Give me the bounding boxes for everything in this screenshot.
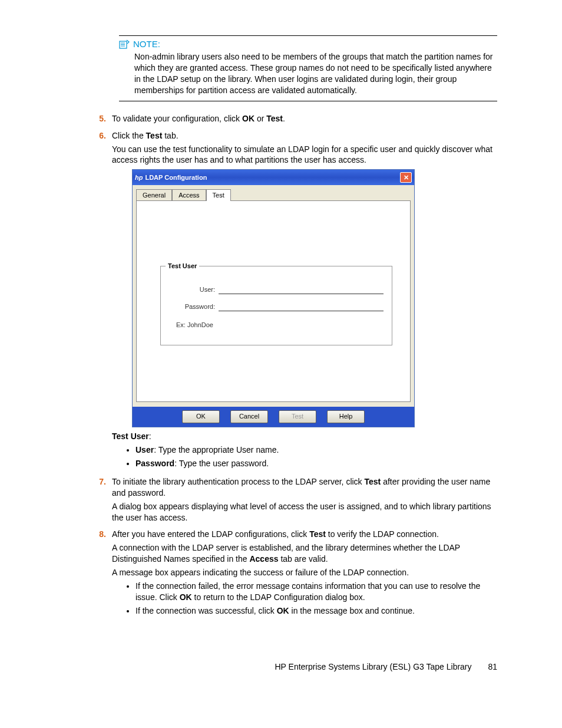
ldap-dialog: hp LDAP Configuration ✕ General Access T… [132,169,415,427]
text: Click the [112,131,146,140]
bold-test: Test [365,477,381,486]
bold-test: Test [309,529,326,539]
text: : Type the user password. [174,459,269,468]
tab-access[interactable]: Access [172,189,206,201]
page-number: 81 [488,662,497,671]
note-block: NOTE: Non-admin library users also need … [119,38,497,96]
text: to return to the LDAP Configuration dial… [192,592,365,602]
tab-general[interactable]: General [136,189,172,201]
bold-password: Password [135,459,174,468]
close-button[interactable]: ✕ [400,172,412,183]
step-number: 6. [88,130,112,473]
step-7: 7. To initiate the library authenticatio… [88,476,497,526]
help-button[interactable]: Help [327,410,365,423]
text: in the message box and continue. [289,606,415,615]
bold-test-user: Test User [112,431,149,441]
note-text: Non-admin library users also need to be … [134,51,497,96]
bold-ok: OK [242,114,254,123]
text: You can use the test functionality to si… [112,144,497,166]
text: To validate your configuration, click [112,114,242,123]
text: If the connection was successful, click [135,606,277,615]
cancel-button[interactable]: Cancel [230,410,268,423]
text: A dialog box appears displaying what lev… [112,501,497,523]
note-icon [119,39,130,49]
close-icon: ✕ [404,173,409,182]
tab-test[interactable]: Test [206,189,231,201]
page-footer: HP Enterprise Systems Library (ESL) G3 T… [88,661,497,673]
example-text: Ex: JohnDoe [176,321,384,330]
dialog-title: LDAP Configuration [145,173,400,182]
list-item: User: Type the appropriate User name. [135,444,497,456]
step-number: 8. [88,529,112,620]
test-user-fieldset: Test User User: Password: Ex: JohnDoe [160,266,392,345]
test-button[interactable]: Test [279,410,316,423]
user-input[interactable] [219,285,384,294]
password-input[interactable] [219,302,384,311]
tab-content: Test User User: Password: Ex: JohnDoe [136,200,411,402]
dialog-titlebar: hp LDAP Configuration ✕ [133,170,414,185]
text: or [254,114,266,123]
text: A message box appears indicating the suc… [112,567,497,578]
step-number: 5. [88,113,112,127]
user-label: User: [169,285,219,294]
note-label: NOTE: [133,38,160,50]
footer-text: HP Enterprise Systems Library (ESL) G3 T… [275,662,471,671]
text: to verify the LDAP connection. [326,529,439,539]
text: : Type the appropriate User name. [154,445,279,454]
bold-test: Test [266,114,283,123]
text: tab. [162,131,178,140]
bold-ok: OK [180,592,192,602]
step-5: 5. To validate your configuration, click… [88,113,497,127]
bold-ok: OK [277,606,289,615]
step-8: 8. After you have entered the LDAP confi… [88,529,497,620]
text: After you have entered the LDAP configur… [112,529,309,539]
text: tab are valid. [279,554,328,564]
step-6: 6. Click the Test tab. You can use the t… [88,130,497,473]
password-label: Password: [169,302,219,311]
text: : [149,431,151,441]
list-item: If the connection failed, the error mess… [135,581,497,603]
text: . [283,114,285,123]
tab-strip: General Access Test [136,189,411,200]
list-item: Password: Type the user password. [135,458,497,469]
bold-access: Access [249,554,278,564]
bold-test: Test [146,131,163,140]
text: To initiate the library authentication p… [112,477,365,486]
fieldset-legend: Test User [166,262,199,271]
step-number: 7. [88,476,112,526]
dialog-button-bar: OK Cancel Test Help [133,407,414,427]
hp-logo-icon: hp [135,173,143,182]
bold-user: User [135,445,154,454]
list-item: If the connection was successful, click … [135,605,497,617]
ok-button[interactable]: OK [182,410,220,423]
